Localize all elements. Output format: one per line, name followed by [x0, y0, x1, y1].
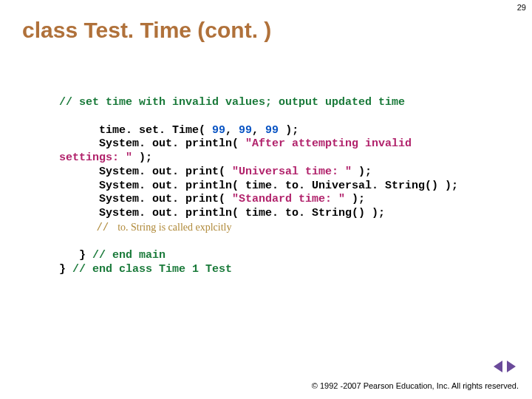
code-text: ); — [132, 151, 152, 164]
code-text: ); — [352, 166, 372, 178]
comment-line: // end class Time 1 Test — [72, 263, 232, 276]
code-text: System. out. print( — [59, 166, 232, 178]
literal-string: "After attempting invalid — [245, 137, 412, 150]
code-text: } — [59, 249, 92, 262]
comment-line: // set time with invalid values; output … — [59, 96, 405, 109]
code-text: , — [225, 124, 239, 137]
copyright-footer: © 1992 -2007 Pearson Education, Inc. All… — [312, 381, 519, 390]
code-text: System. out. println( — [59, 137, 245, 150]
literal-num: 99 — [239, 124, 252, 137]
note-text: to. String is called explcitly — [115, 222, 232, 233]
note-slashes: // — [59, 222, 115, 233]
literal-string: settings: " — [59, 151, 132, 164]
code-text: System. out. println( time. to. String()… — [59, 207, 385, 219]
code-text: System. out. println( time. to. Universa… — [59, 180, 458, 192]
code-block: // set time with invalid values; output … — [59, 96, 510, 277]
next-slide-icon[interactable] — [507, 361, 516, 372]
code-text: } — [59, 263, 72, 276]
slide-title: class Test. Time (cont. ) — [22, 18, 271, 43]
code-text: System. out. print( — [59, 193, 232, 205]
code-text: ); — [345, 193, 365, 205]
page-number: 29 — [517, 3, 526, 12]
literal-string: "Standard time: " — [232, 193, 345, 205]
note-line: // to. String is called explcitly — [59, 222, 232, 233]
code-text: ); — [279, 124, 299, 137]
comment-line: // end main — [92, 249, 166, 262]
literal-num: 99 — [212, 124, 225, 137]
literal-string: "Universal time: " — [232, 166, 352, 178]
prev-slide-icon[interactable] — [494, 361, 502, 372]
code-text: time. set. Time( — [59, 124, 212, 137]
nav-controls — [492, 361, 516, 375]
literal-num: 99 — [265, 124, 279, 137]
code-text: , — [252, 124, 265, 137]
